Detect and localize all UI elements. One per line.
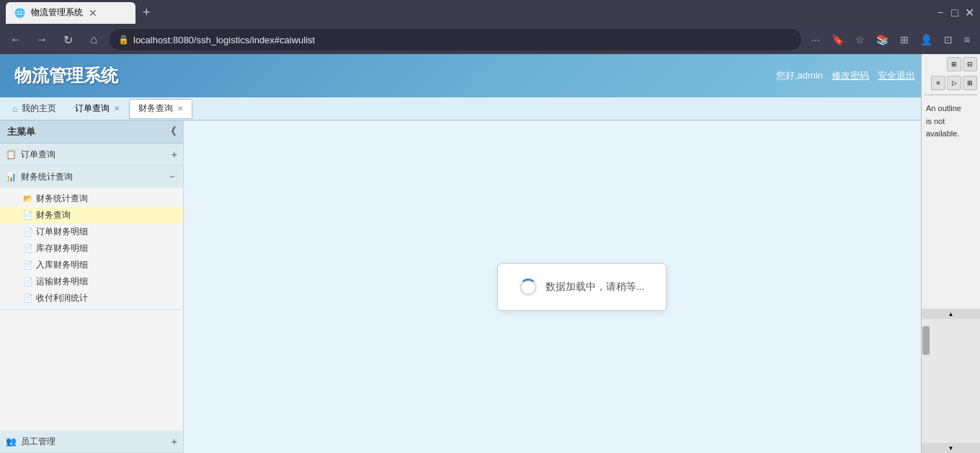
tab-orders-close[interactable]: ✕	[114, 105, 120, 113]
library-button[interactable]: 📚	[872, 31, 893, 48]
tab-title: 物流管理系统	[31, 6, 83, 19]
more-options-button[interactable]: ···	[807, 31, 824, 48]
header-actions: 您好,admin 修改密码 安全退出	[776, 69, 915, 82]
panel-icon-2[interactable]: ⊟	[963, 57, 977, 71]
sidebar-title: 主菜单	[7, 126, 35, 138]
outline-panel: ⊞ ⊟ ≡ ▷ ⊞ An outline is not available. ▲…	[921, 54, 980, 453]
scroll-up-button[interactable]: ▲	[922, 309, 980, 319]
main-content: 数据加载中，请稍等...	[184, 120, 980, 453]
app-title: 物流管理系统	[14, 64, 118, 87]
tab-favicon: 🌐	[14, 8, 25, 18]
close-button[interactable]: ✕	[964, 8, 974, 18]
finance-subgroup-label: 财务统计查询	[36, 193, 88, 205]
sidebar-section-employees-header[interactable]: 👥 员工管理 +	[0, 431, 183, 452]
tab-bar: 🌐 物流管理系统 ✕ +	[6, 2, 930, 24]
employees-section-label: 员工管理	[21, 436, 55, 448]
reader-button[interactable]: ⊞	[896, 31, 913, 48]
scroll-down-button[interactable]: ▼	[922, 443, 980, 453]
outline-spacer	[922, 145, 980, 309]
sidebar-item-profit[interactable]: 📄 收付利润统计	[0, 290, 183, 307]
outline-panel-divider	[925, 94, 977, 95]
tab-close-button[interactable]: ✕	[89, 7, 97, 19]
forward-button[interactable]: →	[32, 30, 52, 50]
sidebar: 主菜单 《 📋 订单查询 + 📊 财务统计查询 －	[0, 120, 184, 453]
panel-icon-4[interactable]: ⊞	[963, 76, 977, 90]
sidebar-item-transport-finance[interactable]: 📄 运输财务明细	[0, 273, 183, 290]
inbound-finance-label: 入库财务明细	[36, 259, 88, 271]
browser-tab-active[interactable]: 🌐 物流管理系统 ✕	[6, 2, 135, 24]
back-button[interactable]: ←	[6, 30, 26, 50]
browser-window: 🌐 物流管理系统 ✕ + － □ ✕ ← → ↻ ⌂ 🔒 ··· 🔖 ☆ 📚 ⊞…	[0, 0, 980, 453]
tab-finance-label: 财务查询	[138, 102, 173, 115]
finance-query-label: 财务查询	[36, 209, 71, 221]
sidebar-header: 主菜单 《	[0, 120, 183, 144]
extensions-button[interactable]: ⊡	[940, 31, 957, 48]
app-header: 物流管理系统 您好,admin 修改密码 安全退出	[0, 54, 980, 97]
home-icon: ⌂	[12, 104, 17, 114]
tab-home[interactable]: ⌂ 我的主页	[3, 99, 66, 119]
panel-icon-1[interactable]: ⊞	[947, 57, 961, 71]
finance-section-icon: 📊	[6, 172, 17, 182]
sidebar-item-stock-finance[interactable]: 📄 库存财务明细	[0, 240, 183, 257]
refresh-button[interactable]: ↻	[58, 30, 78, 50]
profit-label: 收付利润统计	[36, 292, 88, 304]
logout-link[interactable]: 安全退出	[878, 69, 915, 82]
change-password-link[interactable]: 修改密码	[832, 69, 869, 82]
outline-panel-second-row: ≡ ▷ ⊞	[922, 74, 980, 92]
employees-section-icon: 👥	[6, 436, 17, 447]
scroll-thumb	[922, 326, 930, 355]
maximize-button[interactable]: □	[950, 8, 960, 18]
sidebar-collapse-button[interactable]: 《	[166, 126, 176, 138]
tab-finance[interactable]: 财务查询 ✕	[129, 99, 192, 119]
doc-icon-6: 📄	[23, 294, 33, 303]
order-finance-label: 订单财务明细	[36, 226, 88, 238]
window-controls: － □ ✕	[935, 8, 974, 18]
orders-section-icon: 📋	[6, 149, 17, 159]
panel-expand-button[interactable]: ▷	[947, 76, 961, 90]
address-bar-container: 🔒	[110, 29, 801, 50]
outline-scrollbar: ▲ ▼	[922, 309, 980, 453]
sidebar-item-finance-query[interactable]: 📄 财务查询	[0, 207, 183, 224]
finance-tree: 📂 财务统计查询 📄 财务查询 📄 订单财务明细	[0, 188, 183, 309]
sidebar-section-finance: 📊 财务统计查询 － 📂 财务统计查询 📄	[0, 166, 183, 310]
outline-panel-top-icons: ⊞ ⊟	[922, 54, 980, 74]
outline-text: An outline is not available.	[922, 98, 980, 145]
employees-section-toggle[interactable]: +	[172, 436, 177, 447]
orders-section-label: 订单查询	[21, 149, 55, 161]
scroll-track	[922, 319, 980, 443]
orders-section-toggle[interactable]: +	[172, 149, 177, 160]
doc-icon-5: 📄	[23, 277, 33, 286]
app-tabbar: ⌂ 我的主页 订单查询 ✕ 财务查询 ✕ ▼	[0, 97, 980, 120]
finance-subgroup[interactable]: 📂 财务统计查询	[0, 190, 183, 207]
doc-icon-2: 📄	[23, 227, 33, 237]
sidebar-section-finance-header[interactable]: 📊 财务统计查询 －	[0, 166, 183, 188]
outline-title: An outline	[926, 102, 976, 115]
doc-icon-3: 📄	[23, 244, 33, 253]
sidebar-item-inbound-finance[interactable]: 📄 入库财务明细	[0, 257, 183, 273]
menu-button[interactable]: ≡	[960, 31, 974, 48]
security-icon: 🔒	[118, 35, 129, 45]
doc-icon-4: 📄	[23, 260, 33, 270]
new-tab-button[interactable]: +	[138, 4, 155, 22]
outline-body: is not available.	[926, 115, 976, 141]
tab-home-label: 我的主页	[22, 102, 56, 115]
folder-minus-icon: 📂	[23, 194, 33, 203]
finance-section-toggle[interactable]: －	[167, 170, 177, 183]
address-bar[interactable]	[133, 35, 793, 45]
panel-icon-3[interactable]: ≡	[931, 76, 945, 90]
home-button[interactable]: ⌂	[84, 30, 104, 50]
loading-spinner	[520, 278, 537, 296]
profile-button[interactable]: 👤	[916, 31, 937, 48]
app-body: 主菜单 《 📋 订单查询 + 📊 财务统计查询 －	[0, 120, 980, 453]
bookmarks-button[interactable]: 🔖	[827, 31, 848, 48]
star-button[interactable]: ☆	[851, 31, 869, 48]
tab-orders[interactable]: 订单查询 ✕	[66, 99, 129, 119]
doc-icon-1: 📄	[23, 211, 33, 220]
sidebar-section-orders-header[interactable]: 📋 订单查询 +	[0, 144, 183, 165]
tab-finance-close[interactable]: ✕	[177, 105, 183, 113]
sidebar-item-order-finance[interactable]: 📄 订单财务明细	[0, 224, 183, 240]
loading-box: 数据加载中，请稍等...	[497, 263, 667, 311]
transport-finance-label: 运输财务明细	[36, 276, 88, 288]
browser-titlebar: 🌐 物流管理系统 ✕ + － □ ✕	[0, 0, 980, 25]
minimize-button[interactable]: －	[935, 8, 945, 18]
